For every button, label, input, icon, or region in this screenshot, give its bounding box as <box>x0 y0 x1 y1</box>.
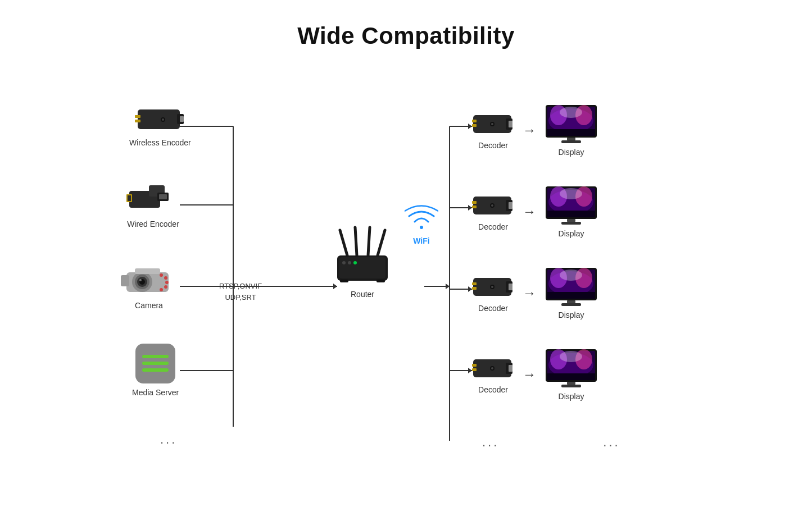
svg-rect-60 <box>376 280 385 282</box>
svg-rect-29 <box>159 194 167 199</box>
svg-rect-51 <box>339 257 385 278</box>
svg-rect-64 <box>509 121 512 127</box>
svg-line-58 <box>378 230 385 255</box>
protocol-line1: RTSP,ONVIF <box>219 281 262 292</box>
svg-rect-99 <box>472 287 477 290</box>
output-row-4: Decoder → Display <box>472 348 598 401</box>
arrow-3: → <box>523 285 536 301</box>
display-2: Display <box>545 185 598 238</box>
svg-marker-11 <box>468 124 472 129</box>
svg-rect-93 <box>567 219 575 222</box>
svg-point-117 <box>491 367 493 369</box>
diagram-container: Wireless Encoder Wired Encoder <box>0 73 812 507</box>
display-1-icon <box>545 104 598 144</box>
svg-rect-47 <box>142 355 169 358</box>
svg-point-107 <box>560 270 582 281</box>
wireless-encoder-label: Wireless Encoder <box>129 138 191 147</box>
wired-encoder-item: Wired Encoder <box>126 182 180 229</box>
output-row-1: Decoder → <box>472 104 598 157</box>
more-decoders-label: ... <box>482 435 499 450</box>
output-row-2: Decoder → Display <box>472 185 598 238</box>
decoder-3-label: Decoder <box>478 304 508 313</box>
svg-rect-110 <box>561 303 581 306</box>
svg-rect-78 <box>561 140 581 143</box>
display-1-label: Display <box>559 148 584 157</box>
display-2-icon <box>545 185 598 226</box>
more-sources-item: ... <box>160 432 177 447</box>
decoder-1: Decoder <box>472 111 514 150</box>
svg-rect-21 <box>180 116 184 122</box>
output-row-3: Decoder → Display <box>472 267 598 319</box>
svg-marker-15 <box>468 286 472 292</box>
wifi-item: WiFi <box>405 205 438 245</box>
decoder-4-label: Decoder <box>478 385 508 394</box>
svg-rect-49 <box>142 368 169 372</box>
svg-rect-19 <box>138 109 180 129</box>
svg-rect-48 <box>142 362 169 365</box>
svg-rect-108 <box>547 292 595 299</box>
more-displays-label: ... <box>603 435 620 450</box>
wireless-encoder-item: Wireless Encoder <box>129 104 191 147</box>
router-icon <box>332 225 393 286</box>
svg-rect-66 <box>472 124 477 127</box>
decoder-4-icon <box>472 355 514 382</box>
svg-rect-113 <box>509 365 512 372</box>
svg-point-38 <box>139 279 142 281</box>
svg-line-56 <box>355 227 357 255</box>
svg-point-101 <box>491 286 493 288</box>
more-outputs: ... ... <box>482 435 620 450</box>
svg-rect-83 <box>472 205 477 208</box>
wifi-icon <box>405 205 438 233</box>
svg-rect-98 <box>472 282 477 285</box>
svg-line-57 <box>368 227 370 255</box>
decoder-4: Decoder <box>472 355 514 394</box>
svg-marker-9 <box>446 284 450 289</box>
svg-marker-13 <box>468 205 472 211</box>
display-3-icon <box>545 267 598 307</box>
display-2-label: Display <box>559 229 584 238</box>
arrow-2: → <box>523 204 536 220</box>
display-4-label: Display <box>559 392 584 401</box>
svg-rect-22 <box>135 115 140 118</box>
decoder-2: Decoder <box>472 192 514 231</box>
svg-rect-31 <box>128 195 131 201</box>
svg-marker-17 <box>468 368 472 373</box>
svg-point-44 <box>164 285 167 289</box>
svg-rect-124 <box>547 373 595 380</box>
svg-point-75 <box>560 107 582 118</box>
svg-rect-92 <box>547 211 595 217</box>
router-label: Router <box>351 290 374 299</box>
svg-point-53 <box>348 261 351 264</box>
svg-rect-115 <box>472 368 477 371</box>
svg-rect-125 <box>567 382 575 385</box>
protocol-text: RTSP,ONVIF UDP,SRT <box>219 281 262 303</box>
svg-line-55 <box>340 230 347 255</box>
svg-rect-114 <box>472 364 477 367</box>
svg-rect-39 <box>121 275 129 286</box>
svg-point-25 <box>162 118 164 121</box>
svg-rect-94 <box>561 222 581 225</box>
svg-rect-82 <box>472 201 477 204</box>
svg-rect-76 <box>547 129 595 136</box>
decoder-3: Decoder <box>472 273 514 313</box>
svg-point-85 <box>491 204 493 207</box>
camera-item: Camera <box>121 264 177 310</box>
svg-rect-97 <box>509 284 512 290</box>
display-4: Display <box>545 348 598 401</box>
display-3-label: Display <box>559 310 584 319</box>
decoder-1-label: Decoder <box>478 141 508 150</box>
svg-rect-109 <box>567 300 575 303</box>
svg-point-45 <box>160 288 163 291</box>
svg-rect-59 <box>340 280 348 282</box>
svg-rect-23 <box>135 120 140 122</box>
media-server-item: Media Server <box>132 342 179 397</box>
display-1: Display <box>545 104 598 157</box>
media-server-icon <box>134 342 176 385</box>
page-title: Wide Compatibility <box>0 0 812 49</box>
svg-point-61 <box>420 226 423 229</box>
wireless-encoder-icon <box>135 104 185 135</box>
decoder-2-label: Decoder <box>478 222 508 231</box>
svg-point-123 <box>560 351 582 362</box>
camera-icon <box>121 264 177 298</box>
svg-rect-81 <box>509 202 512 209</box>
